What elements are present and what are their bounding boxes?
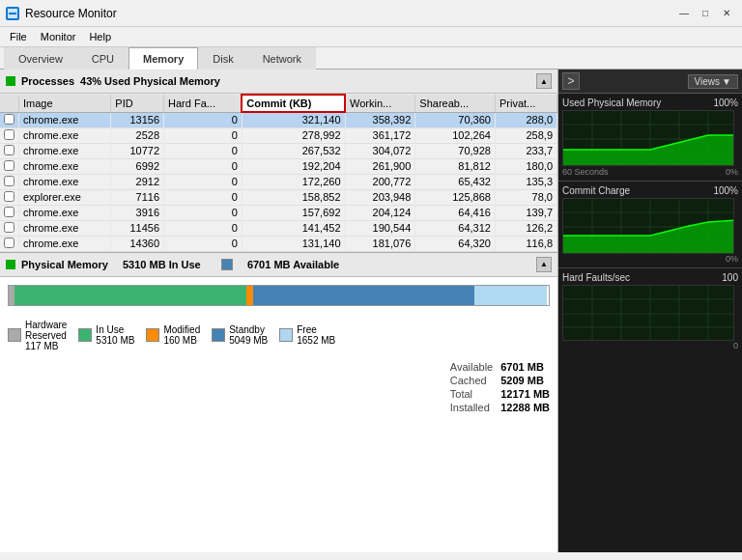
col-pid[interactable]: PID [111, 95, 164, 112]
row-commit: 158,852 [242, 189, 345, 205]
views-label: Views [695, 76, 721, 87]
table-row[interactable]: chrome.exe 2528 0 278,992 361,172 102,26… [0, 127, 557, 143]
tab-disk[interactable]: Disk [198, 47, 247, 70]
col-working[interactable]: Workin... [345, 95, 415, 112]
table-row[interactable]: chrome.exe 10772 0 267,532 304,072 70,92… [0, 143, 557, 158]
menu-monitor[interactable]: Monitor [35, 29, 82, 44]
row-checkbox[interactable] [0, 236, 19, 251]
process-section-header: Processes 43% Used Physical Memory ▲ [0, 70, 557, 94]
row-image: explorer.exe [19, 189, 111, 205]
right-panel-expand-button[interactable]: > [562, 72, 580, 90]
memory-stats-grid: Available 6701 MB Cached 5209 MB Total 1… [450, 361, 550, 549]
tab-cpu[interactable]: CPU [77, 47, 128, 70]
legend-hardware-reserved: HardwareReserved117 MB [8, 320, 67, 351]
stat-label-installed: Installed [450, 402, 493, 413]
stat-label-total: Total [450, 388, 493, 400]
row-pid: 10772 [111, 143, 164, 158]
row-image: chrome.exe [19, 174, 111, 189]
svg-marker-19 [563, 220, 734, 254]
graph1-canvas [562, 110, 734, 166]
col-hard-fa[interactable]: Hard Fa... [164, 95, 243, 112]
row-shareable: 70,928 [415, 143, 496, 158]
memory-collapse-button[interactable]: ▲ [536, 257, 552, 272]
memory-stats: Available 6701 MB Cached 5209 MB Total 1… [0, 357, 557, 553]
table-row[interactable]: chrome.exe 6992 0 192,204 261,900 81,812… [0, 158, 557, 174]
table-row[interactable]: chrome.exe 2912 0 172,260 200,772 65,432… [0, 174, 557, 189]
row-shareable: 70,360 [415, 112, 496, 127]
process-collapse-button[interactable]: ▲ [536, 73, 552, 89]
row-working: 204,124 [345, 205, 415, 220]
minimize-button[interactable]: — [674, 5, 694, 22]
tab-memory[interactable]: Memory [128, 47, 198, 70]
row-image: chrome.exe [19, 112, 111, 127]
row-checkbox[interactable] [0, 112, 19, 127]
row-shareable: 65,432 [415, 174, 496, 189]
row-checkbox[interactable] [0, 220, 19, 236]
row-private: 126,2 [495, 220, 556, 236]
row-pid: 14360 [111, 236, 164, 251]
row-pid: 6992 [111, 158, 164, 174]
left-panel: Processes 43% Used Physical Memory ▲ Ima… [0, 70, 558, 552]
row-pid: 2528 [111, 127, 164, 143]
row-hard-fa: 0 [164, 112, 243, 127]
window-controls[interactable]: — □ ✕ [674, 5, 736, 22]
tab-overview[interactable]: Overview [4, 47, 77, 70]
table-row[interactable]: chrome.exe 14360 0 131,140 181,076 64,32… [0, 236, 557, 251]
row-hard-fa: 0 [164, 189, 243, 205]
row-commit: 131,140 [242, 236, 345, 251]
row-checkbox[interactable] [0, 205, 19, 220]
row-hard-fa: 0 [164, 127, 243, 143]
row-checkbox[interactable] [0, 158, 19, 174]
stat-label-cached: Cached [450, 375, 493, 386]
table-row[interactable]: chrome.exe 13156 0 321,140 358,392 70,36… [0, 112, 557, 127]
table-row[interactable]: explorer.exe 7116 0 158,852 203,948 125,… [0, 189, 557, 205]
row-checkbox[interactable] [0, 174, 19, 189]
memory-status-dot [6, 260, 15, 269]
graph2-svg [563, 199, 734, 254]
close-button[interactable]: ✕ [717, 5, 736, 22]
menu-help[interactable]: Help [83, 29, 117, 44]
row-commit: 192,204 [242, 158, 345, 174]
row-checkbox[interactable] [0, 143, 19, 158]
graph1-pct-high: 100% [713, 98, 738, 108]
graph1-header: Used Physical Memory 100% [562, 98, 738, 108]
row-commit: 278,992 [242, 127, 345, 143]
bar-in-use [14, 286, 246, 305]
graph-used-physical-memory: Used Physical Memory 100% [558, 94, 742, 182]
maximize-button[interactable]: □ [696, 5, 715, 22]
row-private: 288,0 [495, 112, 556, 127]
row-private: 139,7 [495, 205, 556, 220]
row-commit: 172,260 [242, 174, 345, 189]
col-image[interactable]: Image [19, 95, 111, 112]
col-commit[interactable]: Commit (KB) [242, 95, 345, 112]
legend-standby: Standby5049 MB [212, 320, 268, 351]
memory-legend: HardwareReserved117 MB In Use5310 MB Mod… [0, 314, 557, 357]
col-private[interactable]: Privat... [495, 95, 556, 112]
process-section-label: Processes [21, 75, 74, 87]
row-checkbox[interactable] [0, 127, 19, 143]
row-image: chrome.exe [19, 220, 111, 236]
bar-free [474, 286, 547, 305]
row-hard-fa: 0 [164, 158, 243, 174]
table-row[interactable]: chrome.exe 3916 0 157,692 204,124 64,416… [0, 205, 557, 220]
row-image: chrome.exe [19, 127, 111, 143]
menu-file[interactable]: File [4, 29, 33, 44]
graph3-title: Hard Faults/sec [562, 272, 630, 283]
table-row[interactable]: chrome.exe 11456 0 141,452 190,544 64,31… [0, 220, 557, 236]
row-working: 261,900 [345, 158, 415, 174]
legend-label-hardware: HardwareReserved117 MB [25, 320, 67, 351]
tab-network[interactable]: Network [248, 47, 316, 70]
row-private: 233,7 [495, 143, 556, 158]
views-button[interactable]: Views ▼ [688, 74, 738, 89]
row-image: chrome.exe [19, 143, 111, 158]
row-checkbox[interactable] [0, 189, 19, 205]
stat-label-available: Available [450, 361, 493, 373]
process-table-container[interactable]: Image PID Hard Fa... Commit (KB) Workin.… [0, 94, 557, 252]
row-image: chrome.exe [19, 205, 111, 220]
graph2-canvas [562, 198, 734, 254]
row-hard-fa: 0 [164, 205, 243, 220]
graph1-time-label: 60 Seconds [562, 167, 609, 177]
row-pid: 3916 [111, 205, 164, 220]
row-working: 203,948 [345, 189, 415, 205]
col-shareable[interactable]: Shareab... [415, 95, 496, 112]
